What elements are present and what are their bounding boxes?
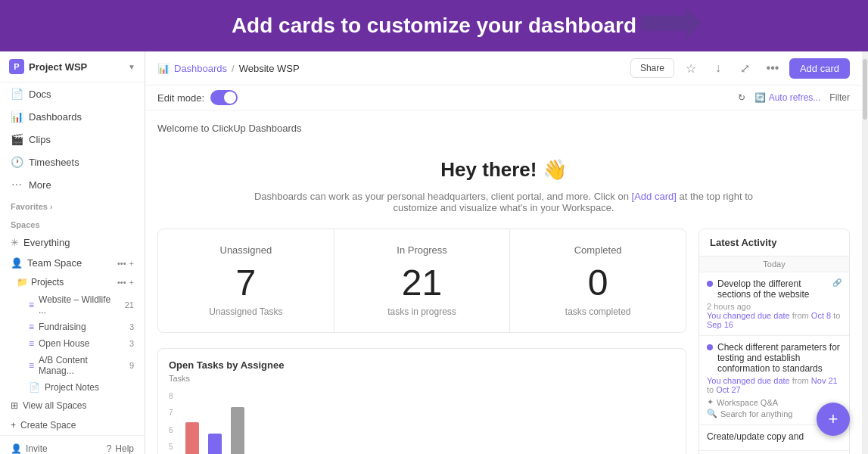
clips-icon: 🎬	[11, 133, 23, 145]
docs-icon: 📄	[11, 88, 23, 100]
team-space-add-icon[interactable]: •••	[117, 259, 126, 268]
ab-badge: 9	[129, 361, 134, 370]
refresh-icon[interactable]: ↻	[738, 92, 745, 103]
auto-refresh-label[interactable]: 🔄 Auto refres...	[754, 92, 821, 103]
sidebar-item-fundraising[interactable]: ≡ Fundraising 3	[0, 319, 145, 335]
help-label: Help	[115, 443, 134, 454]
auto-refresh-icon: 🔄	[754, 92, 766, 103]
sidebar-item-label-docs: Docs	[29, 89, 51, 100]
more-icon: ⋯	[11, 179, 23, 191]
edit-mode-toggle[interactable]	[210, 90, 238, 105]
sidebar-item-project-notes[interactable]: 📄 Project Notes	[0, 379, 145, 396]
invite-icon: 👤	[11, 443, 22, 454]
bar-red-1	[185, 422, 199, 454]
activity-dot-1	[707, 281, 713, 287]
sidebar-item-everything[interactable]: ✳ Everything	[0, 232, 145, 253]
expand-icon-btn[interactable]: ⤢	[735, 58, 756, 79]
bar-blue-2	[208, 434, 222, 454]
sidebar-item-projects[interactable]: 📁 Projects ••• +	[0, 273, 145, 291]
stat-value-completed: 0	[525, 262, 670, 303]
activity-text-3: Create/update copy and	[707, 431, 804, 442]
invite-label: Invite	[26, 443, 48, 454]
stat-label-in-progress: In Progress	[350, 244, 495, 256]
star-icon-btn[interactable]: ☆	[680, 58, 702, 79]
sidebar-item-clips[interactable]: 🎬 Clips	[0, 128, 145, 151]
dashboards-icon: 📊	[11, 110, 23, 123]
favorites-section[interactable]: Favorites ›	[0, 196, 145, 214]
sidebar-bottom: 👤 Invite ? Help	[0, 435, 145, 454]
sidebar-project-header[interactable]: P Project WSP ▼	[0, 51, 145, 82]
activity-time-1: 2 hours ago	[707, 302, 842, 311]
banner-text: Add cards to customize your dashboard	[232, 14, 636, 37]
website-badge: 21	[125, 300, 134, 309]
add-card-button[interactable]: Add card	[789, 58, 850, 79]
stats-activity-row: Unassigned 7 Unassigned Tasks In Progres…	[157, 229, 850, 454]
project-name: Project WSP	[29, 61, 123, 73]
sidebar-item-docs[interactable]: 📄 Docs	[0, 82, 145, 105]
invite-btn[interactable]: 👤 Invite	[11, 443, 48, 454]
auto-refresh-text: Auto refres...	[769, 92, 821, 103]
edit-mode-label-area: Edit mode:	[157, 90, 238, 105]
chart-subtitle: Tasks	[169, 374, 675, 383]
sidebar-open-house-label: Open House	[39, 338, 89, 349]
download-icon-btn[interactable]: ↓	[708, 58, 729, 79]
search-label: Search for anything	[720, 409, 792, 418]
activity-item-1: Develop the different sections of the we…	[699, 272, 849, 336]
activity-change-2: You changed due date from Nov 21 to Oct …	[707, 376, 842, 394]
stat-sublabel-unassigned: Unassigned Tasks	[173, 306, 319, 317]
fab-button[interactable]: +	[817, 403, 850, 436]
projects-label: Projects	[31, 277, 64, 288]
edit-mode-right: ↻ 🔄 Auto refres... Filter	[738, 92, 850, 103]
favorites-arrow-icon: ›	[50, 203, 52, 211]
stat-value-unassigned: 7	[173, 262, 319, 303]
help-btn[interactable]: ? Help	[107, 443, 134, 454]
filter-label[interactable]: Filter	[829, 92, 850, 103]
create-space-label: Create Space	[20, 420, 76, 431]
spaces-section: Spaces	[0, 214, 145, 232]
sidebar-create-space[interactable]: + Create Space	[0, 415, 145, 435]
sidebar-item-ab-content[interactable]: ≡ A/B Content Manag... 9	[0, 352, 145, 379]
activity-header: Latest Activity	[699, 229, 849, 256]
y-label-7: 7	[169, 409, 176, 417]
sidebar-item-website[interactable]: ≡ Website – Wildlife ... 21	[0, 291, 145, 319]
everything-icon: ✳	[11, 237, 19, 248]
activity-change-1: You changed due date from Oct 8 to Sep 1…	[707, 311, 842, 329]
sidebar-item-more[interactable]: ⋯ More	[0, 173, 145, 196]
sidebar-view-all-spaces[interactable]: ⊞ View all Spaces	[0, 396, 145, 415]
top-banner: Add cards to customize your dashboard	[0, 0, 868, 51]
view-all-icon: ⊞	[11, 400, 18, 411]
workspace-qa-label: Workspace Q&A	[717, 398, 778, 407]
activity-link-icon-1[interactable]: 🔗	[832, 278, 842, 287]
svg-marker-0	[641, 8, 702, 39]
add-card-link[interactable]: [Add card]	[632, 191, 677, 202]
y-label-8: 8	[169, 392, 176, 400]
project-notes-label: Project Notes	[45, 382, 99, 393]
team-space-actions[interactable]: ••• +	[117, 259, 134, 268]
share-button[interactable]: Share	[630, 58, 674, 78]
spaces-label: Spaces	[11, 220, 40, 229]
projects-more-icon[interactable]: •••	[117, 278, 126, 287]
help-icon: ?	[107, 443, 112, 454]
team-space-plus-icon[interactable]: +	[129, 259, 134, 268]
topbar: 📊 Dashboards / Website WSP Share ☆ ↓ ⤢ •…	[145, 51, 862, 86]
projects-plus-icon[interactable]: +	[129, 278, 134, 287]
sidebar-item-dashboards[interactable]: 📊 Dashboards	[0, 105, 145, 128]
right-scrollbar[interactable]	[862, 51, 868, 454]
scrollbar-thumb	[863, 59, 867, 120]
notes-icon: 📄	[29, 382, 40, 393]
sidebar-item-label-clips: Clips	[29, 134, 51, 145]
breadcrumb-dashboards[interactable]: Dashboards	[174, 63, 227, 74]
sidebar-ab-label: A/B Content Manag...	[39, 355, 125, 376]
sidebar-item-open-house[interactable]: ≡ Open House 3	[0, 335, 145, 352]
content-area: 📊 Dashboards / Website WSP Share ☆ ↓ ⤢ •…	[145, 51, 862, 454]
activity-title-3: Create/update copy and	[707, 431, 842, 442]
activity-text-1: Develop the different sections of the we…	[717, 278, 828, 300]
chart-section: Open Tasks by Assignee Tasks 4 5 6 7 8	[157, 348, 686, 454]
edit-mode-bar: Edit mode: ↻ 🔄 Auto refres... Filter	[145, 86, 862, 110]
more-options-btn[interactable]: •••	[762, 58, 783, 79]
create-space-icon: +	[11, 420, 16, 431]
search-icon: 🔍	[707, 409, 717, 418]
sidebar-item-timesheets[interactable]: 🕐 Timesheets	[0, 151, 145, 173]
sidebar-item-team-space[interactable]: 👤 Team Space ••• +	[0, 253, 145, 273]
favorites-label: Favorites	[11, 202, 48, 211]
